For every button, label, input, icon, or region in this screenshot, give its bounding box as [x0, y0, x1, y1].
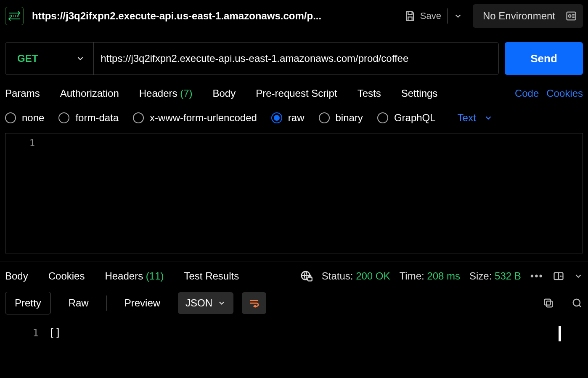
- search-icon: [571, 297, 583, 309]
- send-button[interactable]: Send: [505, 42, 583, 75]
- view-raw-button[interactable]: Raw: [59, 292, 98, 314]
- search-response-button[interactable]: [571, 297, 583, 309]
- body-type-none[interactable]: none: [5, 112, 44, 124]
- body-type-radios: none form-data x-www-form-urlencoded raw…: [0, 108, 588, 133]
- environment-selector-group: No Environment: [473, 4, 583, 28]
- layout-toggle-button[interactable]: [553, 270, 564, 282]
- copy-icon: [543, 297, 554, 309]
- radio-label: x-www-form-urlencoded: [150, 112, 257, 124]
- svg-point-7: [562, 275, 563, 277]
- response-tab-test-results[interactable]: Test Results: [184, 270, 239, 282]
- line-number: 1: [5, 327, 39, 339]
- http-method-select[interactable]: GET: [5, 43, 94, 75]
- status-label: Status:: [322, 270, 353, 282]
- tab-settings[interactable]: Settings: [401, 88, 438, 99]
- response-toolbar: Pretty Raw Preview JSON: [0, 282, 588, 320]
- globe-lock-icon: [300, 270, 313, 282]
- response-dropdown[interactable]: [574, 272, 583, 281]
- body-type-form-data[interactable]: form-data: [58, 112, 119, 124]
- svg-point-6: [560, 275, 561, 277]
- response-header: Body Cookies Headers (11) Test Results S…: [0, 261, 588, 282]
- tab-prerequest[interactable]: Pre-request Script: [256, 88, 337, 99]
- response-format-select[interactable]: JSON: [178, 292, 233, 314]
- copy-response-button[interactable]: [543, 297, 554, 309]
- response-tab-headers-label: Headers: [105, 270, 143, 282]
- radio-icon: [58, 112, 69, 123]
- save-group: Save: [400, 8, 467, 24]
- status-value: 200 OK: [356, 270, 390, 282]
- save-dropdown[interactable]: [449, 9, 467, 23]
- save-button[interactable]: Save: [400, 8, 445, 24]
- http-method-icon: HTTP: [5, 7, 24, 25]
- response-content: []: [45, 324, 64, 349]
- method-url-container: GET: [5, 42, 499, 75]
- request-tabs: Params Authorization Headers (7) Body Pr…: [0, 75, 588, 108]
- wrap-lines-button[interactable]: [242, 292, 266, 314]
- svg-text:HTTP: HTTP: [9, 14, 19, 18]
- tab-headers-label: Headers: [139, 88, 177, 99]
- radio-icon: [271, 112, 282, 123]
- radio-icon: [319, 112, 330, 123]
- radio-label: binary: [336, 112, 363, 124]
- time-label: Time:: [400, 270, 424, 282]
- url-input[interactable]: [94, 43, 498, 75]
- request-line: GET Send: [5, 42, 583, 75]
- response-tab-headers[interactable]: Headers (11): [105, 270, 164, 282]
- chevron-down-icon: [453, 11, 463, 21]
- radio-icon: [377, 112, 388, 123]
- svg-rect-4: [308, 277, 312, 281]
- response-tab-cookies[interactable]: Cookies: [48, 270, 85, 282]
- save-label: Save: [420, 11, 441, 21]
- topbar: HTTP https://j3q2ifxpn2.execute-api.us-e…: [0, 0, 588, 32]
- divider: [447, 8, 448, 24]
- wrap-icon: [248, 297, 260, 309]
- environment-selector[interactable]: No Environment: [479, 10, 559, 22]
- svg-rect-8: [546, 301, 552, 307]
- environment-quicklook-button[interactable]: [565, 10, 577, 22]
- body-content-type-label: Text: [458, 112, 476, 124]
- radio-icon: [5, 112, 16, 123]
- response-status-group: Status: 200 OK Time: 208 ms Size: 532 B …: [300, 270, 583, 282]
- size-label: Size:: [469, 270, 492, 282]
- divider: [106, 295, 107, 311]
- radio-label: form-data: [75, 112, 119, 124]
- http-method-label: GET: [17, 53, 38, 64]
- tab-title: https://j3q2ifxpn2.execute-api.us-east-1…: [32, 10, 321, 22]
- body-content-type-select[interactable]: Text: [458, 112, 493, 124]
- more-actions-button[interactable]: •••: [530, 270, 543, 282]
- cursor: [559, 326, 561, 341]
- svg-point-10: [573, 299, 580, 306]
- svg-point-2: [569, 15, 571, 17]
- view-pretty-button[interactable]: Pretty: [5, 292, 51, 314]
- tab-tests[interactable]: Tests: [358, 88, 381, 99]
- tab-body[interactable]: Body: [213, 88, 236, 99]
- time-value: 208 ms: [427, 270, 460, 282]
- chevron-down-icon: [217, 299, 226, 307]
- line-gutter: 1: [5, 324, 45, 349]
- view-preview-button[interactable]: Preview: [115, 292, 170, 314]
- tab-params[interactable]: Params: [5, 88, 40, 99]
- body-type-binary[interactable]: binary: [319, 112, 363, 124]
- split-pane-icon: [553, 270, 564, 282]
- tab-headers[interactable]: Headers (7): [139, 88, 193, 99]
- code-link[interactable]: Code: [515, 88, 539, 99]
- line-number: 1: [5, 138, 35, 148]
- chevron-down-icon: [76, 54, 85, 63]
- radio-label: raw: [288, 112, 305, 124]
- size-value: 532 B: [495, 270, 521, 282]
- tab-headers-count: (7): [180, 88, 192, 99]
- body-type-graphql[interactable]: GraphQL: [377, 112, 436, 124]
- response-tab-body[interactable]: Body: [5, 270, 28, 282]
- request-body-editor[interactable]: 1: [5, 133, 583, 253]
- body-type-urlencoded[interactable]: x-www-form-urlencoded: [133, 112, 257, 124]
- response-format-label: JSON: [185, 297, 212, 309]
- eye-panel-icon: [565, 10, 577, 22]
- editor-content[interactable]: [42, 133, 583, 253]
- svg-rect-9: [545, 299, 551, 305]
- body-type-raw[interactable]: raw: [271, 112, 305, 124]
- response-tab-headers-count: (11): [146, 270, 164, 282]
- response-action-icons: •••: [530, 270, 583, 282]
- cookies-link[interactable]: Cookies: [546, 88, 583, 99]
- tab-authorization[interactable]: Authorization: [60, 88, 119, 99]
- response-body-editor[interactable]: 1 []: [5, 324, 583, 349]
